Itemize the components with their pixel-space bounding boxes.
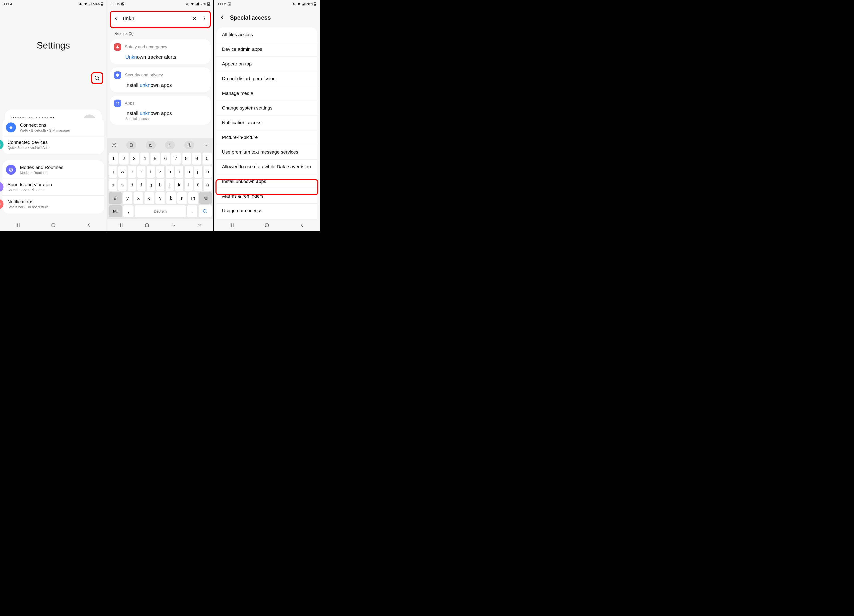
key-i[interactable]: i [175, 166, 183, 178]
shift-key[interactable] [109, 192, 122, 204]
key-7[interactable]: 7 [171, 152, 181, 164]
key-0[interactable]: 0 [203, 152, 212, 164]
emoji-button[interactable] [111, 142, 117, 148]
backspace-key[interactable] [199, 192, 212, 204]
clock: 11:05 [218, 2, 226, 6]
signal-icon [89, 2, 92, 6]
key-3[interactable]: 3 [130, 152, 139, 164]
symbols-key[interactable]: !#1 [109, 205, 122, 217]
result-security[interactable]: Security and privacy Install unknown app… [110, 67, 211, 92]
clear-button[interactable] [192, 16, 198, 21]
settings-item-notifications[interactable]: Notifications Status bar • Do not distur… [3, 195, 104, 213]
result-apps[interactable]: Apps Install unknown apps Special access [110, 96, 211, 125]
text-button[interactable] [146, 141, 156, 149]
key-8[interactable]: 8 [182, 152, 191, 164]
search-input[interactable] [123, 15, 188, 21]
back-button[interactable] [113, 16, 119, 21]
key-5[interactable]: 5 [151, 152, 160, 164]
key-9[interactable]: 9 [192, 152, 201, 164]
home-button[interactable] [144, 222, 150, 228]
settings-item-connected-devices[interactable]: Connected devices Quick Share • Android … [3, 136, 104, 153]
key-j[interactable]: j [166, 179, 174, 191]
key-b[interactable]: b [166, 192, 176, 204]
key-x[interactable]: x [134, 192, 143, 204]
key-m[interactable]: m [188, 192, 198, 204]
recents-button[interactable] [15, 222, 20, 228]
special-access-item[interactable]: Allowed to use data while Data saver is … [217, 160, 317, 174]
key-s[interactable]: s [118, 179, 127, 191]
key-ä[interactable]: ä [204, 179, 212, 191]
back-button[interactable] [86, 222, 92, 228]
search-button[interactable] [91, 72, 103, 84]
key-z[interactable]: z [156, 166, 165, 178]
more-button[interactable] [204, 142, 209, 148]
special-access-item[interactable]: Manage media [217, 86, 317, 101]
special-access-item[interactable]: Device admin apps [217, 42, 317, 57]
item-sub: Wi-Fi • Bluetooth • SIM manager [20, 128, 70, 132]
key-k[interactable]: k [175, 179, 183, 191]
special-access-item[interactable]: Notification access [217, 116, 317, 130]
key-h[interactable]: h [156, 179, 165, 191]
key-ü[interactable]: ü [204, 166, 212, 178]
recents-button[interactable] [118, 222, 123, 228]
phone-search-results: 11:05 58% Results (3) Safety and e [107, 0, 213, 231]
search-key[interactable] [198, 205, 212, 217]
key-a[interactable]: a [109, 179, 117, 191]
period-key[interactable]: . [187, 205, 197, 217]
settings-item-connections[interactable]: Connections Wi-Fi • Bluetooth • SIM mana… [3, 119, 104, 136]
special-access-item[interactable]: Alarms & reminders [217, 189, 317, 204]
back-button[interactable] [299, 222, 305, 228]
svg-point-40 [189, 144, 190, 146]
home-button[interactable] [50, 222, 56, 228]
key-r[interactable]: r [137, 166, 145, 178]
item-title: Connected devices [8, 140, 50, 145]
key-p[interactable]: p [194, 166, 202, 178]
result-safety[interactable]: Safety and emergency Unknown tracker ale… [110, 40, 211, 64]
key-o[interactable]: o [185, 166, 193, 178]
search-icon [94, 75, 100, 81]
special-access-item[interactable]: Do not disturb permission [217, 71, 317, 86]
key-f[interactable]: f [137, 179, 145, 191]
special-access-item[interactable]: Picture-in-picture [217, 130, 317, 145]
key-l[interactable]: l [185, 179, 193, 191]
settings-item-sounds[interactable]: Sounds and vibration Sound mode • Ringto… [3, 178, 104, 195]
key-q[interactable]: q [109, 166, 117, 178]
recents-button[interactable] [229, 222, 235, 228]
special-access-item[interactable]: Change system settings [217, 101, 317, 116]
hide-keyboard-button[interactable] [171, 222, 176, 228]
special-access-item[interactable]: Use premium text message services [217, 145, 317, 160]
key-1[interactable]: 1 [109, 152, 118, 164]
svg-rect-15 [52, 224, 55, 227]
more-button[interactable] [201, 16, 207, 21]
space-key[interactable]: Deutsch [135, 205, 186, 217]
key-d[interactable]: d [128, 179, 136, 191]
bell-icon [0, 202, 1, 207]
special-access-item[interactable]: Install unknown apps [217, 174, 317, 189]
key-c[interactable]: c [145, 192, 154, 204]
special-access-item[interactable]: Usage data access [217, 204, 317, 218]
comma-key[interactable]: , [123, 205, 134, 217]
key-ö[interactable]: ö [194, 179, 202, 191]
settings-button[interactable] [185, 141, 194, 149]
key-2[interactable]: 2 [119, 152, 128, 164]
key-v[interactable]: v [156, 192, 165, 204]
keyboard-switch-button[interactable] [197, 223, 203, 227]
back-button[interactable] [220, 14, 226, 21]
mic-button[interactable] [165, 141, 175, 149]
home-button[interactable] [264, 222, 270, 228]
special-access-item[interactable]: Appear on top [217, 57, 317, 71]
key-n[interactable]: n [177, 192, 187, 204]
key-4[interactable]: 4 [140, 152, 149, 164]
key-y[interactable]: y [123, 192, 133, 204]
settings-item-modes[interactable]: Modes and Routines Modes • Routines [3, 161, 104, 178]
clock: 11:04 [3, 2, 12, 6]
key-g[interactable]: g [147, 179, 155, 191]
svg-rect-61 [201, 225, 201, 225]
key-6[interactable]: 6 [161, 152, 170, 164]
special-access-item[interactable]: All files access [217, 27, 317, 42]
clipboard-button[interactable] [126, 141, 136, 149]
key-w[interactable]: w [118, 166, 127, 178]
key-t[interactable]: t [147, 166, 155, 178]
key-u[interactable]: u [166, 166, 174, 178]
key-e[interactable]: e [128, 166, 136, 178]
